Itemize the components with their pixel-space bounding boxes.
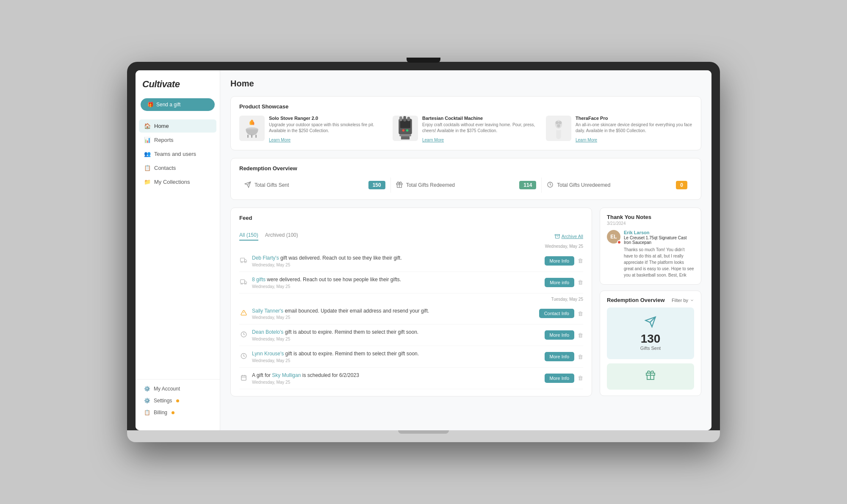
product-learn-more-1[interactable]: Learn More [269,138,291,142]
feed-name-link-4: Dean Botelo's [252,329,283,335]
settings-icon: ⚙️ [144,398,150,404]
feed-item-content-2: 8 gifts were delivered. Reach out to see… [252,276,540,289]
feed-item-date-3: Wednesday, May 25 [252,315,535,320]
thank-you-title: Thank You Notes [607,214,694,220]
sidebar: Cultivate 🎁 Send a gift 🏠 Home 📊 Reports [136,70,220,430]
delete-icon-3[interactable]: 🗑 [578,310,583,317]
svg-marker-29 [245,260,247,262]
feed-item-date-5: Wednesday, May 25 [252,358,540,363]
collections-icon: 📁 [144,179,151,185]
more-info-button-5[interactable]: More Info [545,352,574,361]
feed-item-text-5: Lynn Krouse's gift is about to expire. R… [252,350,540,357]
feed-item-actions-2: More info 🗑 [545,278,583,287]
feed-title: Feed [239,215,252,221]
billing-icon: 📋 [144,410,150,415]
archive-all-button[interactable]: Archive All [555,234,583,239]
feed-date-wed-may25: Wednesday, May 25 [239,244,583,249]
product-learn-more-2[interactable]: Learn More [422,138,444,142]
product-desc-2: Enjoy craft cocktails without ever leavi… [422,122,539,134]
svg-point-19 [556,121,559,124]
my-account-item[interactable]: ⚙️ My Account [139,383,216,395]
svg-point-30 [241,262,242,263]
feed-item-2: 8 gifts were delivered. Reach out to see… [239,272,583,294]
reports-icon: 📊 [144,137,151,143]
filter-by-button[interactable]: Filter by [672,298,694,303]
delivery-icon-2 [239,279,248,286]
feed-item-actions-4: More Info 🗑 [545,330,583,340]
feed-item-content-4: Dean Botelo's gift is about to expire. R… [252,329,540,341]
home-icon: 🏠 [144,123,151,129]
billing-item[interactable]: 📋 Billing [139,407,216,418]
main-nav: 🏠 Home 📊 Reports 👥 Teams and users 📋 Con… [136,119,220,379]
teams-icon: 👥 [144,151,151,157]
more-info-button-1[interactable]: More Info [545,256,574,266]
delivery-icon-1 [239,257,248,264]
sidebar-item-teams-users[interactable]: 👥 Teams and users [139,147,216,161]
feed-item-content-1: Deb Flarty's gift was delivered. Reach o… [252,255,540,267]
feed-item-text-4: Dean Botelo's gift is about to expire. R… [252,329,540,336]
product-image-2 [393,116,418,141]
sidebar-item-my-collections[interactable]: 📁 My Collections [139,175,216,188]
svg-rect-8 [400,120,410,128]
feed-item-date-6: Wednesday, May 25 [252,380,540,385]
svg-point-34 [241,283,242,285]
scheduled-icon-6 [239,374,248,382]
feed-header: Feed [239,215,583,227]
feed-item-5: Lynn Krouse's gift is about to expire. R… [239,346,583,368]
feed-item-text-2: 8 gifts were delivered. Reach out to see… [252,276,540,283]
svg-point-13 [406,129,409,132]
svg-point-35 [245,283,246,285]
delete-icon-4[interactable]: 🗑 [578,332,583,338]
delete-icon-2[interactable]: 🗑 [578,279,583,285]
gift-icon-large [614,370,687,383]
delete-icon-6[interactable]: 🗑 [578,375,583,381]
product-name-3: TheraFace Pro [576,116,692,121]
thank-you-notes-card: Thank You Notes 3/21/2024 EL Erik Larson… [600,208,701,285]
feed-item-text-6: A gift for Sky Mulligan is scheduled for… [252,372,540,379]
delete-icon-1[interactable]: 🗑 [578,258,583,264]
tab-archived[interactable]: Archived (100) [265,232,298,241]
warning-icon-3 [239,310,248,317]
redemption-stats-row: Total Gifts Sent 150 Total Gifts Redeeme… [239,177,692,193]
svg-point-2 [253,122,255,125]
svg-rect-9 [399,116,402,121]
sidebar-item-reports[interactable]: 📊 Reports [139,133,216,147]
more-info-button-2[interactable]: More info [545,278,574,287]
stat-gifts-sent: Total Gifts Sent 150 [239,177,390,193]
account-icon: ⚙️ [144,386,150,392]
feed-date-tue-may25: Tuesday, May 25 [239,297,583,302]
product-info-3: TheraFace Pro An all-in-one skincare dev… [576,116,692,143]
avatar: EL [607,230,620,244]
svg-rect-28 [241,258,245,262]
settings-item[interactable]: ⚙️ Settings [139,395,216,407]
product-showcase-section: Product Showcase [230,96,701,150]
product-name-2: Bartesian Cocktail Machine [422,116,539,121]
products-grid: Solo Stove Ranger 2.0 Upgrade your outdo… [239,116,692,143]
feed-item-text-3: Sally Tanner's email bounced. Update the… [252,307,535,315]
avatar-notification-dot [617,240,621,244]
redemption-widget: Redemption Overview Filter by [600,291,701,396]
feed-item-content-6: A gift for Sky Mulligan is scheduled for… [252,372,540,385]
gifts-redeemed-icon [396,181,403,189]
svg-rect-14 [399,134,411,136]
svg-point-31 [245,262,246,263]
gifts-sent-icon [244,181,251,189]
tab-all[interactable]: All (150) [239,232,258,241]
delete-icon-5[interactable]: 🗑 [578,354,583,360]
thank-you-date: 3/21/2024 [607,221,694,226]
sidebar-item-contacts[interactable]: 📋 Contacts [139,161,216,174]
feed-item-date-4: Wednesday, May 25 [252,337,540,341]
product-info-2: Bartesian Cocktail Machine Enjoy craft c… [422,116,539,143]
product-learn-more-3[interactable]: Learn More [576,138,597,142]
send-gift-button[interactable]: 🎁 Send a gift [141,98,215,111]
more-info-button-6[interactable]: More Info [545,374,574,383]
thank-you-content: Erik Larson Le Creuset 1.75qt Signature … [624,230,694,278]
gift-icon: 🎁 [147,102,154,108]
send-icon-large [614,316,687,330]
settings-notification-dot [176,399,179,402]
gifts-unredeemed-label: Total Gifts Unredeemed [557,182,673,188]
more-info-button-4[interactable]: More Info [545,330,574,340]
sidebar-item-home[interactable]: 🏠 Home [139,119,216,133]
feed-item-date-2: Wednesday, May 25 [252,284,540,289]
contact-info-button-3[interactable]: Contact Info [539,309,574,318]
